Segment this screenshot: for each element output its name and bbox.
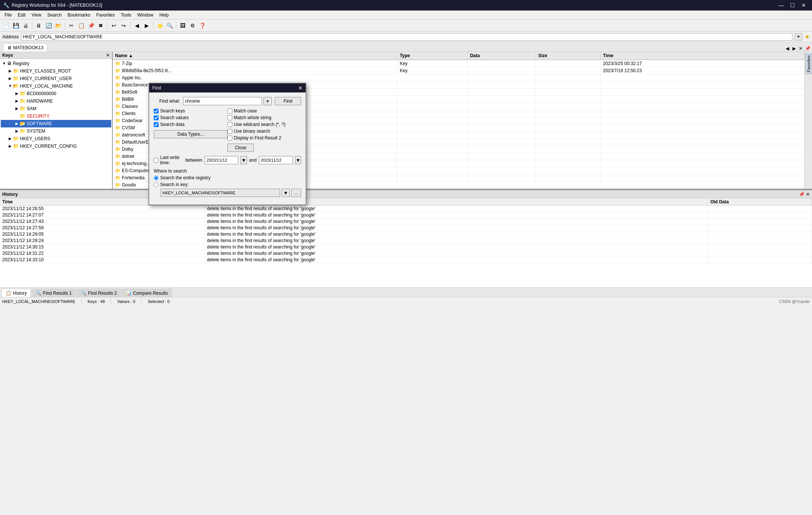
tb-copy-btn[interactable]: 📋 (77, 21, 86, 30)
tab-pin-btn[interactable]: 📌 (804, 45, 810, 52)
col-type[interactable]: Type (397, 52, 468, 60)
tree-item-registry[interactable]: ▼ 🖥 Registry (1, 60, 111, 67)
table-row[interactable]: 📁7-Zip Key 2023/3/25 00:32:17 (113, 60, 804, 67)
col-size[interactable]: Size (536, 52, 600, 60)
date2-dropdown-btn[interactable]: ▼ (295, 156, 301, 164)
history-row[interactable]: 2023/11/12 14:27:58 delete items in the … (0, 225, 812, 231)
keys-panel-close[interactable]: ✕ (106, 53, 110, 58)
tree-expand-hkcu[interactable]: ▶ (8, 76, 13, 81)
tree-expand-hku[interactable]: ▶ (8, 136, 13, 141)
tb-paste-btn[interactable]: 📌 (86, 21, 95, 30)
tb-bookmark-btn[interactable]: ⭐ (155, 21, 164, 30)
tree-item-security[interactable]: 📁 SECURITY (1, 112, 111, 120)
search-entire-radio[interactable] (154, 176, 159, 180)
search-keys-checkbox[interactable] (154, 109, 159, 114)
tree-expand-software[interactable]: ▶ (14, 121, 20, 126)
history-row[interactable]: 2023/11/12 14:29:24 delete items in the … (0, 238, 812, 244)
tree-container[interactable]: ▼ 🖥 Registry ▶ 📁 HKEY_CLASSES_ROOT ▶ 📁 H… (0, 59, 112, 189)
tree-expand-security[interactable] (14, 114, 20, 119)
last-write-checkbox[interactable] (154, 158, 159, 163)
col-time[interactable]: Time (601, 52, 804, 60)
address-go-btn[interactable]: ▼ (795, 33, 802, 41)
tree-item-hkcu[interactable]: ▶ 📁 HKEY_CURRENT_USER (1, 75, 111, 82)
tb-settings-btn[interactable]: ⚙ (188, 21, 197, 30)
table-row[interactable]: 📁80b8d59a-8e25-5f52-8... Key 2023/7/19 1… (113, 67, 804, 74)
date1-dropdown-btn[interactable]: ▼ (241, 156, 247, 164)
match-case-checkbox[interactable] (227, 109, 232, 114)
bottom-tab-find1[interactable]: 🔍 Find Results 1 (32, 289, 76, 297)
tree-item-hkcc[interactable]: ▶ 📁 HKEY_CURRENT_CONFIG (1, 142, 111, 150)
tab-matebook13[interactable]: 🖥 MATEBOOK13 (3, 43, 47, 52)
col-name[interactable]: Name ▲ (113, 52, 397, 60)
col-data[interactable]: Data (468, 52, 536, 60)
data-types-btn[interactable]: Data Types... (154, 130, 227, 138)
tb-cut-btn[interactable]: ✂ (67, 21, 76, 30)
tree-item-sam[interactable]: ▶ 📁 SAM (1, 105, 111, 112)
bottom-tab-find2[interactable]: 🔍 Find Results 2 (77, 289, 121, 297)
table-row[interactable]: 📁Apple Inc. (113, 74, 804, 82)
tab-next-btn[interactable]: ▶ (791, 45, 797, 52)
tb-find-btn[interactable]: 🔍 (165, 21, 174, 30)
date1-input[interactable] (205, 156, 238, 164)
tb-undo-btn[interactable]: ↩ (109, 21, 118, 30)
menu-favorites[interactable]: Favorites (93, 12, 118, 18)
find-what-input[interactable] (183, 97, 262, 105)
menu-tools[interactable]: Tools (118, 12, 134, 18)
menu-window[interactable]: Window (134, 12, 156, 18)
search-in-browse-btn[interactable]: ... (291, 189, 301, 197)
tab-close-btn[interactable]: ✕ (798, 45, 804, 52)
binary-checkbox[interactable] (227, 129, 232, 134)
history-row[interactable]: 2023/11/12 14:29:05 delete items in the … (0, 231, 812, 238)
search-in-dropdown-btn[interactable]: ▼ (282, 189, 290, 197)
tb-print-btn[interactable]: 🖨 (21, 21, 30, 30)
tree-expand-hkcc[interactable]: ▶ (8, 144, 13, 149)
tab-prev-btn[interactable]: ◀ (784, 45, 790, 52)
find-find-btn[interactable]: Find (275, 97, 301, 105)
history-table-container[interactable]: Time Action Old Data 2023/11/12 14:26:55… (0, 198, 812, 287)
tb-delete-btn[interactable]: ✖ (96, 21, 105, 30)
history-pin-btn[interactable]: 📌 (799, 192, 804, 197)
history-row[interactable]: 2023/11/12 14:27:43 delete items in the … (0, 218, 812, 225)
tb-new-btn[interactable]: 📄 (2, 21, 11, 30)
tb-redo-btn[interactable]: ↪ (119, 21, 128, 30)
tb-refresh-btn[interactable]: 🔄 (44, 21, 53, 30)
tree-expand-registry[interactable]: ▼ (2, 61, 7, 66)
tree-item-hkcr[interactable]: ▶ 📁 HKEY_CLASSES_ROOT (1, 67, 111, 75)
find-close-x-btn[interactable]: ✕ (298, 85, 303, 91)
search-values-checkbox[interactable] (154, 115, 159, 120)
match-whole-checkbox[interactable] (227, 115, 232, 120)
search-data-checkbox[interactable] (154, 122, 159, 127)
tb-img-btn[interactable]: 🖼 (178, 21, 187, 30)
history-row[interactable]: 2023/11/12 14:33:10 delete items in the … (0, 257, 812, 263)
tree-item-bcd[interactable]: ▶ 📁 BCD00000000 (1, 90, 111, 97)
bottom-tab-compare[interactable]: 📊 Compare Results (122, 289, 172, 297)
tree-expand-hardware[interactable]: ▶ (14, 98, 20, 104)
tree-item-hklm[interactable]: ▼ 📂 HKEY_LOCAL_MACHINE (1, 82, 111, 90)
menu-view[interactable]: View (29, 12, 44, 18)
tree-item-system[interactable]: ▶ 📁 SYSTEM (1, 127, 111, 135)
menu-file[interactable]: File (2, 12, 15, 18)
search-in-radio[interactable] (154, 182, 159, 187)
menu-edit[interactable]: Edit (15, 12, 29, 18)
history-close-btn[interactable]: ✕ (806, 192, 810, 197)
history-row[interactable]: 2023/11/12 14:30:15 delete items in the … (0, 244, 812, 250)
close-button[interactable]: ✕ (798, 1, 809, 9)
tree-expand-system[interactable]: ▶ (14, 129, 20, 134)
wildcard-checkbox[interactable] (227, 122, 232, 127)
history-row[interactable]: 2023/11/12 14:26:55 delete items in the … (0, 206, 812, 212)
tree-expand-hklm[interactable]: ▼ (8, 83, 13, 89)
tb-connect-btn[interactable]: 🖥 (34, 21, 43, 30)
tb-fwd-btn[interactable]: ▶ (142, 21, 151, 30)
search-in-input[interactable] (161, 189, 280, 197)
tb-back-btn[interactable]: ◀ (132, 21, 141, 30)
menu-help[interactable]: Help (156, 12, 172, 18)
date2-input[interactable] (259, 156, 293, 164)
address-input[interactable] (21, 33, 792, 41)
tree-item-hardware[interactable]: ▶ 📁 HARDWARE (1, 97, 111, 105)
bottom-tab-history[interactable]: 📋 History (2, 289, 31, 297)
minimize-button[interactable]: — (776, 1, 786, 9)
find-close-btn[interactable]: Close (227, 144, 254, 152)
tb-expand-btn[interactable]: 📂 (54, 21, 63, 30)
history-row[interactable]: 2023/11/12 14:31:22 delete items in the … (0, 250, 812, 257)
display-checkbox[interactable] (227, 136, 232, 141)
